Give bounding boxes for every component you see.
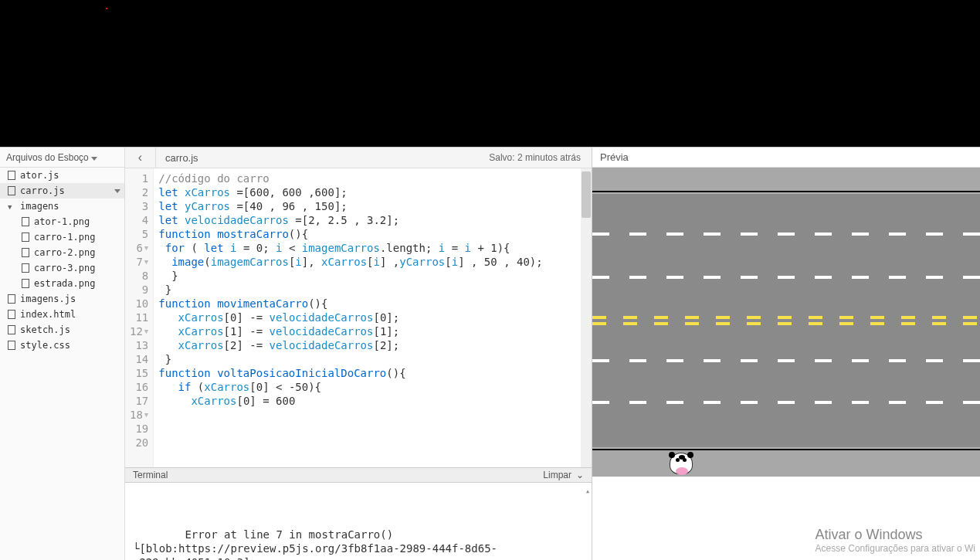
code-line[interactable]: for ( let i = 0; i < imagemCarros.length… <box>158 241 587 255</box>
folder-item[interactable]: imagens <box>0 199 124 214</box>
scroll-thumb[interactable] <box>582 171 591 218</box>
file-icon <box>8 186 15 195</box>
windows-activation-watermark: Ativar o Windows Acesse Configurações pa… <box>816 527 975 554</box>
file-icon <box>8 310 15 319</box>
chevron-down-icon: ⌄ <box>576 470 584 480</box>
code-line[interactable]: } <box>158 269 587 283</box>
code-line[interactable]: let xCarros =[600, 600 ,600]; <box>158 185 587 199</box>
line-number: 1 <box>130 171 148 185</box>
watermark-subtitle: Acesse Configurações para ativar o Wi <box>816 543 975 554</box>
line-number: 17 <box>130 394 148 408</box>
top-black-area <box>0 0 980 147</box>
code-line[interactable]: } <box>158 352 587 366</box>
file-item[interactable]: imagens.js <box>0 291 124 307</box>
line-number: 18▼ <box>130 408 148 422</box>
file-label: index.html <box>20 309 76 320</box>
file-label: carro-2.png <box>34 247 95 258</box>
save-status: Salvo: 2 minutos atrás <box>478 148 592 167</box>
code-line[interactable]: //código do carro <box>158 171 587 185</box>
editor-scrollbar[interactable] <box>581 168 592 467</box>
fold-icon[interactable]: ▼ <box>144 324 148 338</box>
code-line[interactable]: image(imagemCarros[i], xCarros[i] ,yCarr… <box>158 255 587 269</box>
cursor-dot <box>106 8 107 9</box>
sidebar-header-label: Arquivos do Esboço <box>6 152 89 163</box>
sidebar-header[interactable]: Arquivos do Esboço <box>0 148 124 168</box>
file-item[interactable]: carro-3.png <box>0 260 124 276</box>
terminal-clear-button[interactable]: Limpar⌄ <box>543 470 584 480</box>
code-line[interactable]: xCarros[1] -= velocidadeCarros[1]; <box>158 324 587 338</box>
code-line[interactable]: function movimentaCarro(){ <box>158 297 587 311</box>
code-line[interactable]: xCarros[0] = 600 <box>158 394 587 408</box>
file-label: sketch.js <box>20 324 70 335</box>
code-line[interactable]: xCarros[2] -= velocidadeCarros[2]; <box>158 338 587 352</box>
code-line[interactable]: let yCarros =[40 , 96 , 150]; <box>158 199 587 213</box>
editor-column: ‹ carro.js Salvo: 2 minutos atrás 123456… <box>125 148 592 560</box>
line-number: 13 <box>130 338 148 352</box>
back-button[interactable]: ‹ <box>125 148 156 168</box>
road-shoulder-bottom <box>592 449 980 477</box>
file-label: ator.js <box>20 170 59 181</box>
file-item[interactable]: estrada.png <box>0 276 124 291</box>
line-number: 6▼ <box>130 241 148 255</box>
file-list: ator.jscarro.jsimagensator-1.pngcarro-1.… <box>0 168 124 353</box>
fold-icon[interactable]: ▼ <box>144 408 148 422</box>
file-label: imagens.js <box>20 294 76 304</box>
file-item[interactable]: ator.js <box>0 168 124 183</box>
watermark-title: Ativar o Windows <box>816 527 975 543</box>
file-icon <box>8 171 15 180</box>
cow-actor <box>670 453 693 474</box>
code-editor[interactable]: 123456▼7▼89101112▼131415161718▼1920 //có… <box>125 168 592 467</box>
open-file-tab[interactable]: carro.js <box>156 148 208 168</box>
file-item[interactable]: carro-2.png <box>0 245 124 260</box>
file-label: carro-1.png <box>34 232 95 243</box>
line-number: 10 <box>130 297 148 311</box>
road-shoulder-top <box>592 168 980 192</box>
file-icon <box>22 217 29 226</box>
line-number: 3 <box>130 199 148 213</box>
line-number: 9 <box>130 283 148 297</box>
file-label: carro-3.png <box>34 263 95 273</box>
file-item[interactable]: style.css <box>0 338 124 353</box>
file-item[interactable]: ator-1.png <box>0 214 124 229</box>
file-item[interactable]: carro-1.png <box>0 229 124 245</box>
file-icon <box>22 263 29 273</box>
line-gutter: 123456▼7▼89101112▼131415161718▼1920 <box>125 168 154 467</box>
file-icon <box>22 248 29 257</box>
line-number: 14 <box>130 352 148 366</box>
file-item[interactable]: carro.js <box>0 183 124 199</box>
lane-marking <box>592 359 980 362</box>
fold-icon[interactable]: ▼ <box>144 255 148 269</box>
terminal-line: └[blob:https://preview.p5js.org/3fb8f1aa… <box>133 541 584 560</box>
main-layout: Arquivos do Esboço ator.jscarro.jsimagen… <box>0 147 980 560</box>
line-number: 16 <box>130 380 148 394</box>
code-line[interactable]: let velocidadeCarros =[2, 2.5 , 3.2]; <box>158 213 587 227</box>
code-line[interactable]: } <box>158 283 587 297</box>
dropdown-icon <box>91 157 97 161</box>
folder-icon <box>8 202 15 211</box>
scroll-up-icon[interactable]: ▴ <box>585 484 590 498</box>
code-line[interactable]: xCarros[0] -= velocidadeCarros[0]; <box>158 311 587 324</box>
dropdown-icon <box>114 189 120 193</box>
file-label: ator-1.png <box>34 216 90 227</box>
line-number: 11 <box>130 311 148 324</box>
tab-bar: ‹ carro.js Salvo: 2 minutos atrás <box>125 148 592 168</box>
line-number: 2 <box>130 185 148 199</box>
line-number: 7▼ <box>130 255 148 269</box>
file-icon <box>22 279 29 288</box>
code-area[interactable]: //código do carrolet xCarros =[600, 600 … <box>154 168 592 467</box>
preview-blank-area: Ativar o Windows Acesse Configurações pa… <box>592 477 980 560</box>
terminal-output[interactable]: ▴ Error at line 7 in mostraCarro()└[blob… <box>125 483 592 560</box>
line-number: 5 <box>130 227 148 241</box>
line-number: 4 <box>130 213 148 227</box>
lane-marking <box>592 401 980 404</box>
code-line[interactable]: function voltaPosicaoInicialDoCarro(){ <box>158 366 587 380</box>
preview-canvas[interactable] <box>592 168 980 477</box>
code-line[interactable]: function mostraCarro(){ <box>158 227 587 241</box>
file-label: imagens <box>20 201 59 212</box>
file-icon <box>8 294 15 304</box>
fold-icon[interactable]: ▼ <box>144 241 148 255</box>
file-item[interactable]: sketch.js <box>0 322 124 338</box>
code-line[interactable]: if (xCarros[0] < -50){ <box>158 380 587 394</box>
file-item[interactable]: index.html <box>0 307 124 322</box>
preview-header: Prévia <box>592 148 980 168</box>
